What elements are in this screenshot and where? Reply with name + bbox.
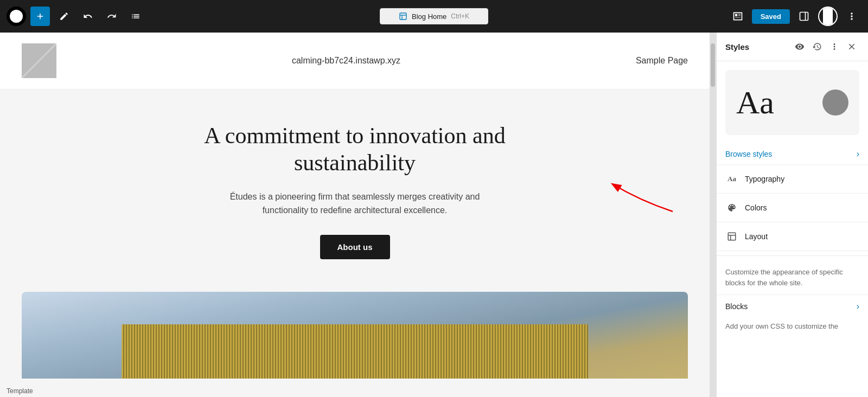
page-title: Blog Home [412,12,446,21]
css-description: Add your own CSS to customize the [717,318,868,335]
page-selector-center: Blog Home Ctrl+K [380,8,488,24]
site-url: calming-bb7c24.instawp.xyz [292,56,400,66]
hero-section: A commitment to innovation and sustainab… [0,89,710,286]
history-button[interactable] [809,39,825,54]
style-preview-circle [822,89,848,116]
browse-styles-link[interactable]: Browse styles [725,150,772,158]
layout-icon [725,230,738,243]
panel-divider [717,255,868,256]
image-section [0,292,710,379]
edit-pen-button[interactable] [54,7,74,26]
canvas-area: calming-bb7c24.instawp.xyz Sample Page A… [0,33,716,397]
layout-option[interactable]: Layout [717,222,868,251]
building-image [22,292,688,379]
typography-label: Typography [745,175,784,183]
styles-panel: Styles Aa Browse st [716,33,868,397]
typography-icon: Aa [725,172,738,185]
panel-description: Customize the appearance of specific blo… [717,260,868,294]
preview-eye-button[interactable] [792,39,807,54]
redo-button[interactable] [102,7,122,26]
hero-title: A commitment to innovation and sustainab… [192,122,518,177]
scrollbar-thumb[interactable] [711,43,715,87]
styles-panel-header: Styles [717,33,868,61]
top-toolbar: Blog Home Ctrl+K Saved [0,0,868,33]
add-block-button[interactable] [30,7,50,26]
dark-mode-toggle[interactable] [818,7,838,26]
site-nav: Sample Page [636,56,688,66]
main-layout: calming-bb7c24.instawp.xyz Sample Page A… [0,33,868,397]
list-view-button[interactable] [126,7,145,26]
close-panel-button[interactable] [844,39,859,54]
blocks-label: Blocks [725,302,748,311]
style-preview-card: Aa [725,70,859,135]
colors-option[interactable]: Colors [717,194,868,222]
colors-label: Colors [745,203,767,212]
panel-toggle-button[interactable] [794,7,814,26]
site-header: calming-bb7c24.instawp.xyz Sample Page [0,33,710,89]
toolbar-right: Saved [728,7,861,26]
status-bar: Template [0,385,40,397]
svg-rect-2 [728,233,736,240]
svg-rect-0 [400,13,406,20]
site-logo [22,43,56,78]
layout-label: Layout [745,232,768,241]
panel-header-icons [792,39,859,54]
undo-button[interactable] [78,7,98,26]
saved-button[interactable]: Saved [752,9,790,24]
template-label: Template [7,387,33,395]
wordpress-logo[interactable] [7,7,26,26]
site-preview: calming-bb7c24.instawp.xyz Sample Page A… [0,33,710,397]
svg-rect-1 [800,12,808,21]
scrollbar-track[interactable] [710,33,716,397]
typography-option[interactable]: Aa Typography [717,165,868,194]
page-selector[interactable]: Blog Home Ctrl+K [380,8,488,24]
more-options-button[interactable] [842,7,861,26]
building-facade [122,324,588,379]
hero-subtitle: Études is a pioneering firm that seamles… [214,190,496,217]
about-us-button[interactable]: About us [320,235,390,259]
styles-panel-title: Styles [725,42,788,52]
preview-button[interactable] [728,7,748,26]
blocks-chevron: › [857,302,859,311]
keyboard-shortcut: Ctrl+K [451,12,469,20]
panel-more-button[interactable] [827,39,842,54]
colors-icon [725,201,738,214]
blocks-row[interactable]: Blocks › [717,294,868,318]
browse-styles-row[interactable]: Browse styles › [717,144,868,165]
style-preview-text: Aa [736,86,774,119]
browse-styles-chevron: › [857,149,859,159]
